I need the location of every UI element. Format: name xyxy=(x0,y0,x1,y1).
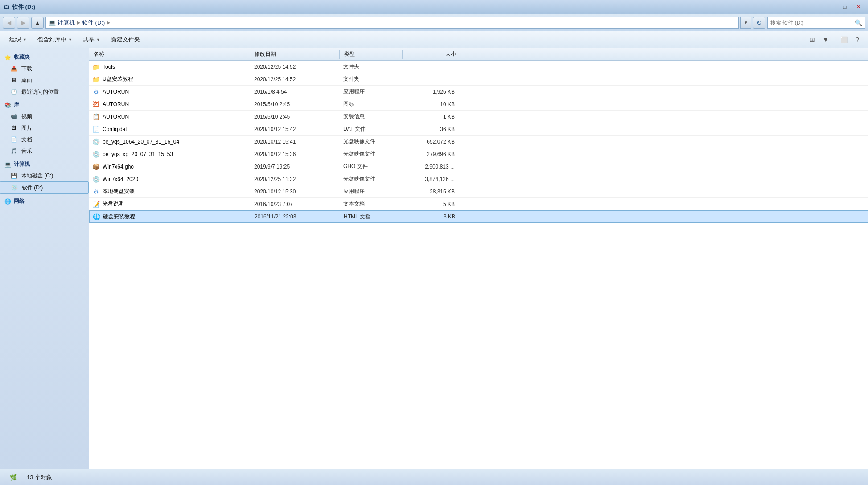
file-type-cell: 图标 xyxy=(339,100,401,108)
file-type-cell: 应用程序 xyxy=(339,188,401,195)
file-type-cell: 光盘映像文件 xyxy=(339,150,401,158)
sidebar-item-d-drive[interactable]: 💿 软件 (D:) xyxy=(0,181,89,194)
file-name-cell: 📝 光盘说明 xyxy=(89,200,250,208)
sidebar-header-computer[interactable]: 💻 计算机 xyxy=(0,159,89,170)
file-name-label: AUTORUN xyxy=(103,89,129,95)
sidebar-item-download[interactable]: 📥 下载 xyxy=(0,63,89,74)
table-row[interactable]: ⚙ 本地硬盘安装 2020/10/12 15:30 应用程序 28,315 KB xyxy=(89,185,868,198)
sidebar-header-network[interactable]: 🌐 网络 xyxy=(0,196,89,207)
sidebar-item-desktop[interactable]: 🖥 桌面 xyxy=(0,74,89,86)
close-button[interactable]: ✕ xyxy=(852,2,864,12)
search-box[interactable]: 🔍 xyxy=(767,17,865,29)
video-label: 视频 xyxy=(21,113,32,120)
table-row[interactable]: 🌐 硬盘安装教程 2016/11/21 22:03 HTML 文档 3 KB xyxy=(89,210,868,223)
include-library-arrow: ▼ xyxy=(68,37,72,42)
file-date-cell: 2020/10/12 15:42 xyxy=(250,126,339,132)
address-dropdown[interactable]: ▼ xyxy=(740,17,751,29)
new-folder-label: 新建文件夹 xyxy=(111,36,140,44)
forward-button[interactable]: ▶ xyxy=(17,17,29,29)
file-size-cell: 2,900,813 ... xyxy=(401,164,459,170)
col-header-size[interactable]: 大小 xyxy=(403,50,461,58)
search-input[interactable] xyxy=(770,20,853,26)
c-drive-icon: 💾 xyxy=(10,172,18,180)
file-name-cell: 📁 U盘安装教程 xyxy=(89,75,250,83)
file-name-label: AUTORUN xyxy=(103,101,129,107)
file-icon: ⚙ xyxy=(92,88,100,96)
library-label: 库 xyxy=(14,101,19,109)
sidebar-item-recent[interactable]: 🕐 最近访问的位置 xyxy=(0,86,89,98)
favorites-icon: ⭐ xyxy=(4,54,11,61)
path-drive[interactable]: 软件 (D:) xyxy=(82,19,105,27)
file-icon: ⚙ xyxy=(92,188,100,196)
file-size-cell: 5 KB xyxy=(401,201,459,207)
back-button[interactable]: ◀ xyxy=(3,17,15,29)
share-arrow: ▼ xyxy=(96,37,100,42)
table-row[interactable]: 📦 Win7x64.gho 2019/9/7 19:25 GHO 文件 2,90… xyxy=(89,160,868,173)
file-size-cell: 3 KB xyxy=(402,214,460,220)
file-icon: 📋 xyxy=(92,113,100,121)
change-view-button[interactable]: ⊞ xyxy=(806,34,819,45)
d-drive-label: 软件 (D:) xyxy=(22,184,43,192)
file-icon: 💿 xyxy=(92,175,100,183)
file-type-cell: GHO 文件 xyxy=(339,163,401,170)
col-header-date[interactable]: 修改日期 xyxy=(250,50,339,58)
help-button[interactable]: ? xyxy=(851,34,864,45)
include-library-button[interactable]: 包含到库中 ▼ xyxy=(33,33,77,46)
file-type-cell: 光盘映像文件 xyxy=(339,175,401,183)
file-icon: 🌐 xyxy=(92,213,100,221)
file-date-cell: 2016/11/21 22:03 xyxy=(250,214,339,220)
table-row[interactable]: 📁 U盘安装教程 2020/12/25 14:52 文件夹 xyxy=(89,73,868,86)
file-type-cell: 文件夹 xyxy=(339,63,401,70)
up-button[interactable]: ▲ xyxy=(31,17,44,29)
titlebar-controls: — □ ✕ xyxy=(825,2,864,12)
sidebar-section-network: 🌐 网络 xyxy=(0,196,89,207)
table-row[interactable]: 💿 pe_yqs_1064_20_07_31_16_04 2020/10/12 … xyxy=(89,136,868,148)
recent-icon: 🕐 xyxy=(10,88,18,96)
file-size-cell: 3,874,126 ... xyxy=(401,176,459,182)
file-icon: 📄 xyxy=(92,125,100,133)
sidebar-item-pictures[interactable]: 🖼 图片 xyxy=(0,122,89,134)
file-size-cell: 652,072 KB xyxy=(401,139,459,145)
filelist-area: 名称 修改日期 类型 大小 📁 Tools 2020/12/25 14:52 文… xyxy=(89,48,868,469)
file-name-cell: 💿 Win7x64_2020 xyxy=(89,175,250,183)
table-row[interactable]: 💿 pe_yqs_xp_20_07_31_15_53 2020/10/12 15… xyxy=(89,148,868,160)
share-button[interactable]: 共享 ▼ xyxy=(78,33,105,46)
table-row[interactable]: 📋 AUTORUN 2015/5/10 2:45 安装信息 1 KB xyxy=(89,111,868,123)
sidebar-header-library[interactable]: 📚 库 xyxy=(0,99,89,111)
maximize-button[interactable]: □ xyxy=(839,2,851,12)
table-row[interactable]: 📄 Config.dat 2020/10/12 15:42 DAT 文件 36 … xyxy=(89,123,868,136)
file-size-cell: 10 KB xyxy=(401,101,459,107)
address-path[interactable]: 💻 计算机 ▶ 软件 (D:) ▶ xyxy=(45,17,739,29)
sidebar-item-music[interactable]: 🎵 音乐 xyxy=(0,145,89,157)
file-type-cell: 应用程序 xyxy=(339,88,401,95)
col-header-name[interactable]: 名称 xyxy=(89,50,250,58)
table-row[interactable]: 💿 Win7x64_2020 2020/12/25 11:32 光盘映像文件 3… xyxy=(89,173,868,185)
table-row[interactable]: 📝 光盘说明 2016/10/23 7:07 文本文档 5 KB xyxy=(89,198,868,210)
sidebar-item-documents[interactable]: 📄 文档 xyxy=(0,134,89,145)
path-computer[interactable]: 计算机 xyxy=(58,19,75,27)
titlebar: 🗂 软件 (D:) — □ ✕ xyxy=(0,0,868,14)
organize-button[interactable]: 组织 ▼ xyxy=(4,33,32,46)
col-header-type[interactable]: 类型 xyxy=(340,50,402,58)
preview-pane-button[interactable]: ⬜ xyxy=(838,34,850,45)
computer-label: 计算机 xyxy=(14,160,30,168)
sidebar-header-favorites[interactable]: ⭐ 收藏夹 xyxy=(0,52,89,63)
table-row[interactable]: 📁 Tools 2020/12/25 14:52 文件夹 xyxy=(89,61,868,73)
table-row[interactable]: 🖼 AUTORUN 2015/5/10 2:45 图标 10 KB xyxy=(89,98,868,111)
file-name-label: pe_yqs_1064_20_07_31_16_04 xyxy=(103,139,179,145)
file-type-cell: 光盘映像文件 xyxy=(339,138,401,145)
view-options-button[interactable]: ▼ xyxy=(819,34,832,45)
addressbar: ◀ ▶ ▲ 💻 计算机 ▶ 软件 (D:) ▶ ▼ ↻ 🔍 xyxy=(0,14,868,31)
file-icon: 📁 xyxy=(92,63,100,71)
minimize-button[interactable]: — xyxy=(825,2,838,12)
search-icon[interactable]: 🔍 xyxy=(855,19,862,26)
new-folder-button[interactable]: 新建文件夹 xyxy=(106,33,145,46)
music-label: 音乐 xyxy=(21,148,32,155)
sidebar-item-video[interactable]: 📹 视频 xyxy=(0,111,89,122)
refresh-button[interactable]: ↻ xyxy=(753,17,765,29)
file-date-cell: 2019/9/7 19:25 xyxy=(250,164,339,170)
video-icon: 📹 xyxy=(10,112,18,120)
file-name-label: Win7x64.gho xyxy=(103,164,134,170)
sidebar-item-c-drive[interactable]: 💾 本地磁盘 (C:) xyxy=(0,170,89,181)
table-row[interactable]: ⚙ AUTORUN 2016/1/8 4:54 应用程序 1,926 KB xyxy=(89,86,868,98)
